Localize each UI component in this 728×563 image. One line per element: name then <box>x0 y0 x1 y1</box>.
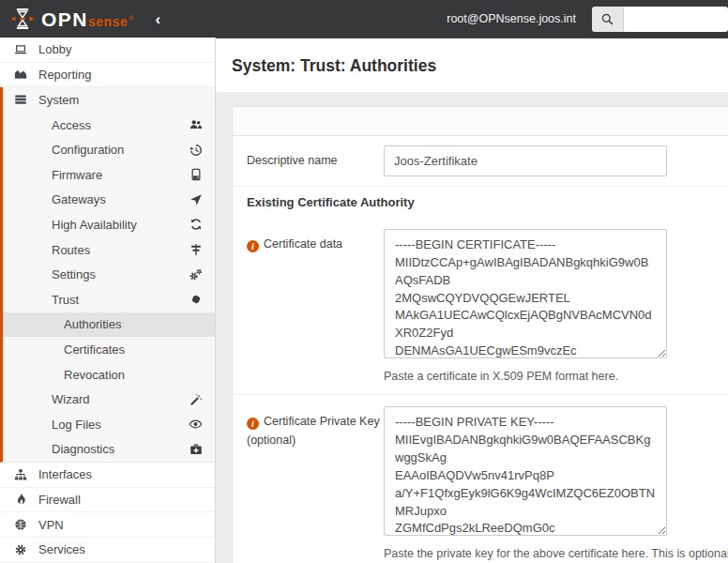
sidebar-item-label: Firmware <box>52 168 102 182</box>
sidebar-item-lobby[interactable]: Lobby <box>0 38 215 63</box>
descriptive-name-row: Descriptive name <box>233 136 728 186</box>
certificate-private-key-textarea[interactable]: -----BEGIN PRIVATE KEY----- MIIEvgIBADAN… <box>384 406 667 536</box>
magic-wand-icon <box>190 393 203 406</box>
sidebar-item-label: Lobby <box>38 42 71 56</box>
sidebar-item-label: Firewall <box>38 493 81 507</box>
sidebar-item-label: Diagnostics <box>52 442 114 456</box>
sidebar-item-trust[interactable]: Trust <box>3 287 215 312</box>
sidebar-item-configuration[interactable]: Configuration <box>3 137 215 162</box>
certificate-data-textarea[interactable]: -----BEGIN CERTIFICATE----- MIIDtzCCAp+g… <box>384 229 667 358</box>
sidebar-item-services[interactable]: Services <box>0 538 215 563</box>
certificate-private-key-label: iCertificate Private Key (optional) <box>247 406 384 563</box>
hourglass-logo-icon <box>9 6 36 32</box>
sidebar-item-label: Revocation <box>64 368 125 382</box>
sidebar-item-firewall[interactable]: Firewall <box>0 488 215 513</box>
gear-icon <box>12 543 28 556</box>
brand-text: OPN sense ® <box>41 9 132 29</box>
certificate-private-key-help: Paste the private key for the above cert… <box>384 545 667 563</box>
sidebar-item-label: Gateways <box>52 192 106 206</box>
refresh-icon <box>190 218 203 231</box>
sidebar-item-diagnostics[interactable]: Diagnostics <box>3 437 215 463</box>
sidebar-nav: Lobby Reporting <box>0 38 216 563</box>
sidebar-item-interfaces[interactable]: Interfaces <box>0 463 215 488</box>
certificate-data-help: Paste a certificate in X.509 PEM format … <box>384 368 667 386</box>
page-title: System: Trust: Authorities <box>232 56 728 76</box>
section-header-existing-certificate-authority: Existing Certificate Authority <box>233 186 728 218</box>
opnsense-logo[interactable]: OPN sense ® <box>9 6 132 32</box>
sidebar-item-vpn[interactable]: VPN <box>0 512 215 538</box>
hard-drive-icon <box>190 168 203 181</box>
sidebar-item-label: Services <box>38 542 85 556</box>
sidebar-group-system-expanded: System Access Configuration <box>0 87 215 463</box>
sidebar-item-revocation[interactable]: Revocation <box>3 362 215 388</box>
cogs-icon <box>189 267 203 282</box>
eye-icon <box>189 418 203 432</box>
global-search <box>592 7 728 32</box>
sidebar-item-label: Certificates <box>64 342 125 357</box>
top-header-bar: OPN sense ® ‹ root@OPNsense.joos.int <box>0 0 728 38</box>
sidebar-item-label: Trust <box>52 293 79 307</box>
descriptive-name-label: Descriptive name <box>247 145 384 176</box>
sidebar-item-label: Wizard <box>52 392 89 406</box>
sidebar-item-firmware[interactable]: Firmware <box>3 162 215 188</box>
sidebar-item-reporting[interactable]: Reporting <box>0 63 215 88</box>
certificate-data-row: iCertificate data -----BEGIN CERTIFICATE… <box>233 218 728 394</box>
users-icon <box>190 118 203 131</box>
sidebar-item-label: Reporting <box>38 68 91 82</box>
sidebar-item-log-files[interactable]: Log Files <box>3 412 215 437</box>
location-arrow-icon <box>190 193 203 206</box>
certificate-data-label: iCertificate data <box>247 229 384 386</box>
laptop-icon <box>12 43 28 56</box>
sidebar-item-label: Routes <box>52 243 90 257</box>
sidebar-item-settings[interactable]: Settings <box>3 262 215 287</box>
sidebar-item-authorities[interactable]: Authorities <box>3 312 215 338</box>
authority-form-card: Descriptive name Existing Certificate Au… <box>232 106 728 563</box>
sidebar-item-label: Configuration <box>52 143 124 157</box>
sidebar-item-label: Log Files <box>52 418 101 432</box>
main-area: System: Trust: Authorities Descriptive n… <box>216 38 728 563</box>
brand-sense: sense <box>88 15 128 28</box>
search-icon <box>592 7 624 32</box>
sidebar-item-label: Interfaces <box>38 467 92 481</box>
sidebar-item-routes[interactable]: Routes <box>3 237 215 263</box>
sitemap-icon <box>12 468 28 481</box>
certificate-private-key-row: iCertificate Private Key (optional) ----… <box>233 394 728 563</box>
sidebar-item-label: System <box>38 93 79 107</box>
card-header <box>233 107 728 136</box>
sidebar-collapse-chevron-icon[interactable]: ‹ <box>155 11 160 27</box>
sidebar-item-certificates[interactable]: Certificates <box>3 337 215 362</box>
medkit-icon <box>190 443 203 456</box>
info-icon[interactable]: i <box>247 240 259 252</box>
logged-in-user: root@OPNsense.joos.int <box>447 12 576 25</box>
info-icon[interactable]: i <box>247 418 259 430</box>
globe-icon <box>12 518 28 531</box>
page-title-band: System: Trust: Authorities <box>216 38 728 92</box>
opnsense-app: OPN sense ® ‹ root@OPNsense.joos.int <box>0 0 728 563</box>
sidebar-item-system[interactable]: System <box>3 87 215 113</box>
content-area: Descriptive name Existing Certificate Au… <box>216 92 728 563</box>
history-icon <box>190 144 203 157</box>
sidebar-item-gateways[interactable]: Gateways <box>3 188 215 213</box>
app-shell: Lobby Reporting <box>0 38 728 563</box>
sidebar-item-label: VPN <box>38 518 64 532</box>
search-input[interactable] <box>624 7 728 32</box>
sidebar-item-high-availability[interactable]: High Availability <box>3 212 215 237</box>
sidebar-item-label: Access <box>52 118 91 132</box>
header-right: root@OPNsense.joos.int <box>447 7 728 32</box>
sidebar-item-label: High Availability <box>52 218 137 232</box>
sidebar-item-wizard[interactable]: Wizard <box>3 387 215 412</box>
area-chart-icon <box>12 68 28 81</box>
fire-icon <box>12 493 28 506</box>
descriptive-name-input[interactable] <box>384 145 667 176</box>
sidebar-item-access[interactable]: Access <box>3 113 215 138</box>
sidebar-item-label: Authorities <box>64 317 121 331</box>
brand-opn: OPN <box>41 9 88 29</box>
sidebar-item-label: Settings <box>52 267 96 282</box>
server-bars-icon <box>12 93 28 106</box>
milestone-icon <box>190 243 203 256</box>
certificate-icon <box>190 293 203 306</box>
registered-mark: ® <box>129 15 133 22</box>
